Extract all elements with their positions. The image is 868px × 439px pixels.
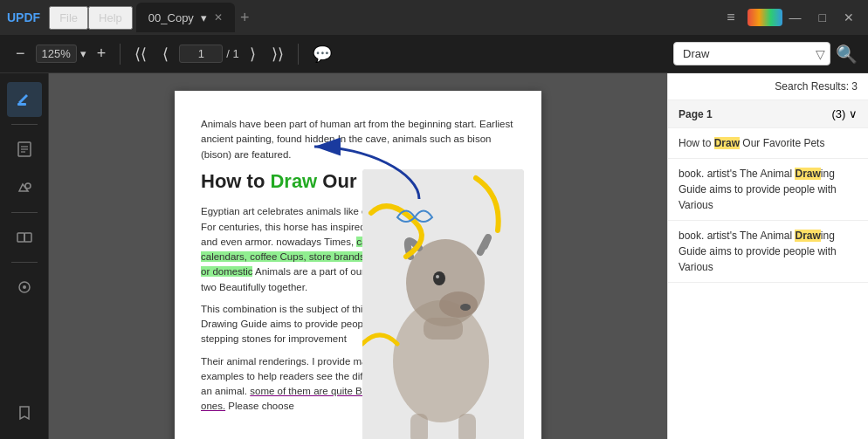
zoom-control: 125% ▾ <box>36 45 86 63</box>
overflow-menu-button[interactable]: ≡ <box>720 6 741 29</box>
svg-point-5 <box>25 183 31 189</box>
sidebar-divider-3 <box>11 262 38 263</box>
first-page-button[interactable]: ⟨⟨ <box>129 41 152 67</box>
zoom-dropdown-icon[interactable]: ▾ <box>80 47 86 60</box>
next-page-button[interactable]: ⟩ <box>245 41 261 67</box>
tab-close-icon[interactable]: ✕ <box>214 11 223 24</box>
pdf-area[interactable]: Animals have been part of human art from… <box>49 73 667 439</box>
add-tab-button[interactable]: + <box>240 9 250 27</box>
result-page-header[interactable]: Page 1 (3) ∨ <box>668 100 868 128</box>
tab-00copy[interactable]: 00_Copy ▾ ✕ <box>136 3 235 32</box>
pdf-intro: Animals have been part of human art from… <box>201 117 515 162</box>
svg-point-15 <box>436 275 439 278</box>
search-result-item-3[interactable]: book. artist's The Animal Drawing Guide … <box>668 221 868 283</box>
svg-rect-18 <box>410 414 428 439</box>
prev-page-button[interactable]: ⟨ <box>157 41 174 67</box>
tab-dropdown-icon[interactable]: ▾ <box>201 11 207 24</box>
maximize-button[interactable]: □ <box>812 7 833 28</box>
svg-rect-0 <box>17 103 26 106</box>
search-results-panel: Search Results: 3 Page 1 (3) ∨ How to Dr… <box>667 73 868 439</box>
zoom-in-button[interactable]: + <box>92 41 112 66</box>
search-result-item-2[interactable]: book. artist's The Animal Drawing Guide … <box>668 159 868 221</box>
updf-pro-badge <box>747 9 782 26</box>
tab-bar: 00_Copy ▾ ✕ + <box>136 3 720 32</box>
titlebar: UPDF File Help 00_Copy ▾ ✕ + ≡ — □ ✕ <box>0 0 868 35</box>
sidebar-item-pages[interactable] <box>7 220 42 255</box>
zoom-out-button[interactable]: − <box>10 41 31 66</box>
tab-label: 00_Copy <box>148 11 194 24</box>
sidebar-item-annotate[interactable] <box>7 170 42 205</box>
window-controls: — □ ✕ <box>782 7 861 28</box>
heading-draw: Draw <box>270 170 317 192</box>
result-page-title: Page 1 <box>679 108 713 120</box>
dog-sketch-image <box>362 169 524 439</box>
file-menu[interactable]: File <box>49 6 88 30</box>
svg-point-9 <box>23 285 26 289</box>
search-result-item-1[interactable]: How to Draw Our Favorite Pets <box>668 128 868 159</box>
heading-pre: How to <box>201 170 270 192</box>
separator2 <box>298 44 299 65</box>
pdf-page: Animals have been part of human art from… <box>175 91 541 439</box>
svg-rect-6 <box>17 233 24 242</box>
para3-end: Please choose <box>228 401 293 411</box>
svg-point-14 <box>433 271 445 285</box>
page-navigation: / 1 <box>179 45 238 63</box>
svg-point-13 <box>439 292 478 318</box>
svg-point-16 <box>460 304 471 311</box>
sidebar-item-tools[interactable] <box>7 270 42 305</box>
toolbar: − 125% ▾ + ⟨⟨ ⟨ / 1 ⟩ ⟩⟩ 💬 ▽ 🔍 <box>0 35 868 73</box>
close-button[interactable]: ✕ <box>837 7 861 28</box>
separator1 <box>120 44 121 65</box>
svg-rect-7 <box>24 233 31 242</box>
minimize-button[interactable]: — <box>782 7 809 28</box>
page-number-input[interactable] <box>179 45 223 63</box>
result-text-1: How to Draw Our Favorite Pets <box>679 135 858 151</box>
sidebar-item-reader[interactable] <box>7 132 42 167</box>
sidebar-item-bookmark[interactable] <box>7 395 42 430</box>
left-sidebar <box>0 73 49 439</box>
updf-logo: UPDF <box>7 10 40 24</box>
zoom-value[interactable]: 125% <box>36 45 77 63</box>
sidebar-divider-1 <box>11 124 38 125</box>
sidebar-item-edit[interactable] <box>7 82 42 117</box>
result-text-2: book. artist's The Animal Drawing Guide … <box>679 166 858 213</box>
search-icon-button[interactable]: 🔍 <box>836 44 858 65</box>
last-page-button[interactable]: ⟩⟩ <box>266 41 289 67</box>
page-total-label: / 1 <box>226 47 238 60</box>
search-container: ▽ <box>673 42 830 65</box>
search-filter-button[interactable]: ▽ <box>816 47 825 61</box>
svg-rect-19 <box>458 414 476 439</box>
chevron-icon: ∨ <box>849 107 858 120</box>
sidebar-divider-2 <box>11 212 38 213</box>
title-actions: ≡ <box>720 6 782 29</box>
comment-button[interactable]: 💬 <box>307 41 337 67</box>
help-menu[interactable]: Help <box>88 6 133 30</box>
search-result-count: Search Results: 3 <box>668 73 868 100</box>
search-input[interactable] <box>673 42 830 65</box>
svg-rect-17 <box>424 318 463 340</box>
result-page-count-badge: (3) ∨ <box>831 107 858 120</box>
main-area: Animals have been part of human art from… <box>0 73 868 439</box>
result-text-3: book. artist's The Animal Drawing Guide … <box>679 228 858 275</box>
